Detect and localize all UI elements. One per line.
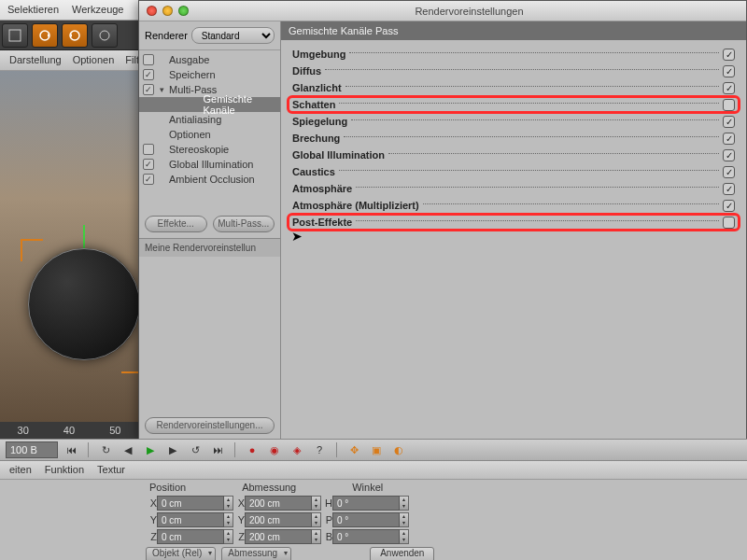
pass-checkbox[interactable] (723, 183, 735, 195)
viewport-3d[interactable] (0, 71, 138, 435)
move-button[interactable]: ✥ (345, 441, 363, 458)
checkbox[interactable] (143, 159, 154, 170)
spinner[interactable]: ▴▾ (312, 512, 321, 527)
tree-label: Antialiasing (169, 114, 221, 125)
checkbox[interactable] (143, 174, 154, 185)
object-mode-select[interactable]: Objekt (Rel) (146, 547, 216, 560)
next-frame-button[interactable]: ▶ (163, 441, 182, 458)
pass-label: Atmosphäre (292, 183, 352, 194)
tick-label: 30 (18, 425, 29, 436)
pass-checkbox[interactable] (723, 166, 735, 178)
checkbox[interactable] (143, 84, 154, 95)
multipass-button[interactable]: Multi-Pass... (213, 216, 275, 232)
pass-checkbox[interactable] (723, 149, 735, 161)
renderer-select[interactable]: Standard (191, 27, 275, 44)
rotate-tool-button[interactable]: ◐ (389, 441, 408, 458)
tab[interactable]: Funktion (45, 464, 84, 476)
prev-frame-button[interactable]: ◀ (119, 441, 137, 458)
window-title: Rendervoreinstellungen (200, 6, 739, 17)
sphere-object[interactable] (28, 248, 138, 360)
checkbox[interactable] (143, 144, 154, 155)
checkbox[interactable] (143, 69, 154, 80)
spinner[interactable]: ▴▾ (400, 512, 409, 527)
spinner[interactable]: ▴▾ (312, 529, 321, 544)
spinner[interactable]: ▴▾ (312, 496, 321, 511)
titlebar[interactable]: Rendervoreinstellungen (139, 1, 746, 21)
pass-checkbox[interactable] (723, 116, 735, 128)
close-icon[interactable] (147, 6, 157, 16)
tree-label: Speichern (169, 69, 216, 80)
coordinates-panel: eiten Funktion Textur Position Abmessung… (0, 461, 747, 560)
tab[interactable]: Textur (97, 464, 125, 476)
timeline[interactable]: 30 40 50 (0, 422, 138, 439)
keyframe-button[interactable]: ◈ (288, 441, 306, 458)
minimize-icon[interactable] (162, 6, 173, 16)
coord-input[interactable] (332, 529, 400, 544)
tab[interactable]: Optionen (73, 54, 115, 66)
coord-input[interactable] (157, 496, 224, 511)
tree-item[interactable]: Speichern (139, 67, 280, 82)
frame-field[interactable]: 100 B (6, 441, 58, 458)
checkbox[interactable] (143, 54, 154, 65)
coord-input[interactable] (245, 529, 312, 544)
pass-row: Post-Effekte (292, 214, 735, 231)
spinner[interactable]: ▴▾ (224, 496, 233, 511)
scale-button[interactable]: ▣ (367, 441, 386, 458)
goto-start-button[interactable]: ⏮ (62, 441, 80, 458)
coord-input[interactable] (157, 529, 224, 544)
tool-button[interactable] (2, 23, 28, 48)
pass-label: Brechung (292, 133, 340, 144)
tree-item[interactable]: Gemischte Kanäle (139, 97, 280, 112)
rotate-button[interactable] (32, 23, 58, 48)
detail-header: Gemischte Kanäle Pass (281, 21, 746, 40)
pass-checkbox[interactable] (723, 49, 735, 61)
tree-label: Ausgabe (169, 54, 209, 65)
transport-bar: 100 B ⏮ ↻ ◀ ▶ ▶ ↺ ⏭ ● ◉ ◈ ? ✥ ▣ ◐ (0, 439, 747, 461)
pass-checkbox[interactable] (723, 217, 735, 229)
preset-name[interactable]: Meine Rendervoreinstellun (139, 238, 280, 257)
record-button[interactable]: ● (243, 441, 261, 458)
rotate-button[interactable] (62, 23, 88, 48)
coord-input[interactable] (245, 512, 312, 527)
axis-label: B (321, 531, 332, 542)
apply-button[interactable]: Anwenden (370, 547, 434, 560)
spinner[interactable]: ▴▾ (224, 512, 233, 527)
menu-item[interactable]: Selektieren (7, 4, 59, 16)
dimension-mode-select[interactable]: Abmessung (221, 547, 291, 560)
tool-button[interactable] (92, 23, 118, 48)
coord-input[interactable] (245, 496, 312, 511)
pass-checkbox[interactable] (723, 200, 735, 212)
tick-label: 40 (63, 425, 75, 436)
zoom-icon[interactable] (178, 6, 189, 16)
pass-checkbox[interactable] (723, 99, 735, 111)
pass-checkbox[interactable] (723, 82, 735, 94)
menu-item[interactable]: Werkzeuge (72, 4, 123, 16)
play-button[interactable]: ▶ (141, 441, 160, 458)
pass-label: Umgebung (292, 49, 345, 60)
coord-input[interactable] (332, 512, 400, 527)
spinner[interactable]: ▴▾ (400, 529, 409, 544)
goto-end-button[interactable]: ⏭ (208, 441, 227, 458)
presets-button[interactable]: Rendervoreinstellungen... (145, 417, 275, 434)
tab[interactable]: eiten (9, 464, 32, 476)
tab[interactable]: Darstellung (9, 54, 62, 66)
goto-end-button[interactable]: ↺ (186, 441, 204, 458)
tree-item[interactable]: Stereoskopie (139, 142, 280, 157)
spinner[interactable]: ▴▾ (224, 529, 233, 544)
autokey-button[interactable]: ◉ (265, 441, 284, 458)
spinner[interactable]: ▴▾ (400, 496, 409, 511)
effects-button[interactable]: Effekte... (145, 216, 207, 232)
tree-item[interactable]: Optionen (139, 127, 280, 142)
coord-input[interactable] (157, 512, 224, 527)
pass-label: Spiegelung (292, 116, 347, 127)
tree-item[interactable]: Ausgabe (139, 52, 280, 67)
coord-input[interactable] (332, 496, 400, 511)
pass-checkbox[interactable] (723, 65, 735, 77)
tab[interactable]: Filt (125, 54, 139, 66)
tree-item[interactable]: Ambient Occlusion (139, 172, 280, 187)
pass-row: Umgebung (292, 46, 735, 63)
help-button[interactable]: ? (310, 441, 329, 458)
loop-button[interactable]: ↻ (96, 441, 115, 458)
tree-item[interactable]: Global Illumination (139, 157, 280, 172)
pass-checkbox[interactable] (723, 133, 735, 145)
